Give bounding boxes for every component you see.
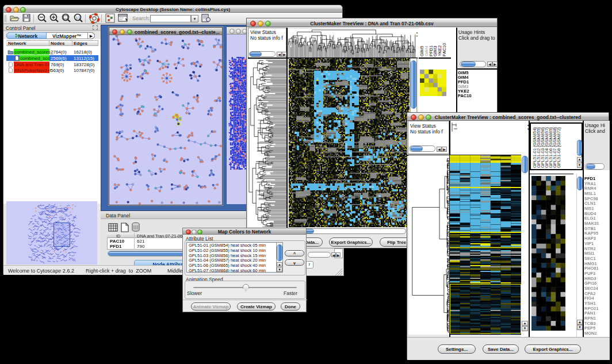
svg-text:1:1: 1:1 xyxy=(76,16,81,20)
